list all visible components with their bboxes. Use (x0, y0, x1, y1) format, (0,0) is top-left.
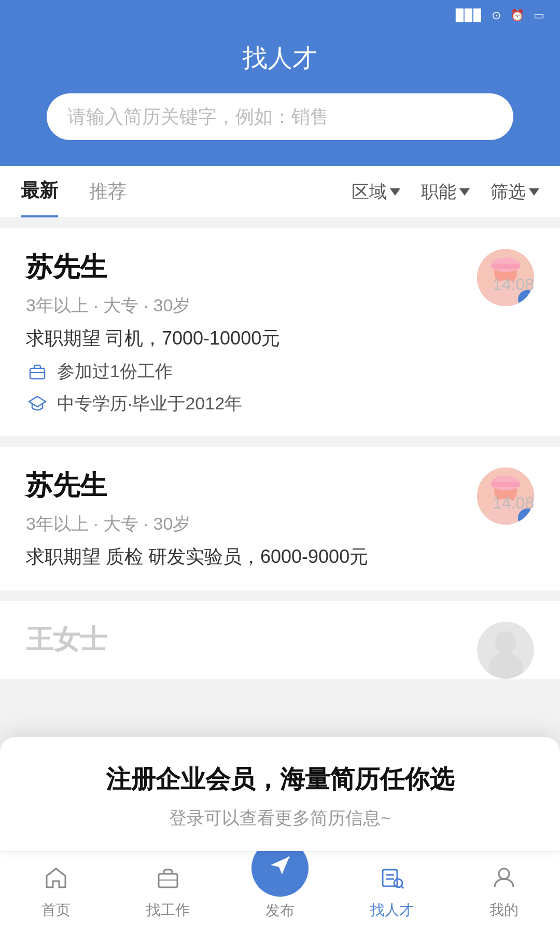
find-talent-icon (380, 866, 404, 896)
page-title: 找人才 (243, 42, 317, 75)
graduation-icon (26, 392, 49, 415)
briefcase-icon (26, 360, 49, 383)
card-time-1: 14:08 (493, 275, 534, 294)
candidate-expect-2: 求职期望 质检 研发实验员，6000-9000元 (26, 544, 534, 570)
filter-screen[interactable]: 筛选 (491, 180, 539, 204)
nav-find-job-label: 找工作 (146, 900, 190, 920)
filter-function[interactable]: 职能 (421, 180, 470, 204)
register-overlay: 注册企业会员，海量简历任你选 登录可以查看更多简历信息~ (0, 737, 560, 851)
wifi-icon: ⊙ (492, 9, 501, 22)
svg-point-22 (394, 879, 402, 887)
education-text-1: 中专学历·毕业于2012年 (57, 392, 242, 416)
education-tag-1: 中专学历·毕业于2012年 (26, 392, 534, 416)
nav-publish[interactable]: 发布 (224, 840, 336, 921)
nav-find-talent[interactable]: 找人才 (336, 866, 448, 920)
svg-line-23 (401, 886, 403, 888)
svg-rect-19 (383, 870, 397, 886)
candidate-card-2[interactable]: 苏先生 3年以上 · 大专 · 30岁 求职期望 质检 研发实验员，6000-9… (0, 447, 560, 590)
search-bar[interactable]: 请输入简历关键字，例如：销售 (47, 93, 513, 140)
bottom-nav: 首页 找工作 发布 (0, 851, 560, 934)
candidate-card-1[interactable]: 苏先生 3年以上 · 大专 · 30岁 求职期望 司机，7000-10000元 … (0, 228, 560, 436)
nav-home[interactable]: 首页 (0, 866, 112, 920)
svg-rect-7 (491, 264, 520, 269)
candidate-info-1: 3年以上 · 大专 · 30岁 (26, 294, 534, 318)
area-chevron-icon (390, 188, 400, 196)
svg-point-24 (499, 869, 509, 879)
overlay-title: 注册企业会员，海量简历任你选 (106, 763, 454, 796)
nav-profile[interactable]: 我的 (448, 866, 560, 920)
header: 找人才 请输入简历关键字，例如：销售 (0, 31, 560, 166)
overlay-subtitle: 登录可以查看更多简历信息~ (169, 806, 391, 830)
tab-filter-bar: 最新 推荐 区域 职能 筛选 (0, 166, 560, 218)
candidate-name-1: 苏先生 (26, 249, 534, 285)
person-icon (492, 866, 516, 896)
status-bar: ▉▉▉ ⊙ ⏰ ▭ (0, 0, 560, 31)
briefcase-nav-icon (156, 866, 180, 896)
tab-recommend[interactable]: 推荐 (89, 166, 127, 217)
candidate-info-2: 3年以上 · 大专 · 30岁 (26, 512, 534, 536)
screen-chevron-icon (529, 188, 539, 196)
svg-rect-12 (491, 482, 520, 487)
filter-group: 区域 职能 筛选 (352, 180, 539, 204)
candidate-name-2: 苏先生 (26, 468, 534, 504)
card-time-2: 14:08 (493, 493, 534, 513)
filter-area[interactable]: 区域 (352, 180, 400, 204)
alarm-icon: ⏰ (510, 9, 524, 22)
candidate-expect-1: 求职期望 司机，7000-10000元 (26, 326, 534, 351)
signal-icon: ▉▉▉ (456, 9, 482, 22)
home-icon (44, 866, 68, 896)
candidate-name-3: 王女士 (26, 622, 534, 658)
candidate-card-3-blurred: 王女士 (0, 601, 560, 679)
battery-icon: ▭ (534, 9, 544, 22)
svg-point-14 (495, 631, 516, 654)
nav-find-job[interactable]: 找工作 (112, 866, 224, 920)
nav-publish-label: 发布 (265, 901, 295, 921)
nav-home-label: 首页 (41, 900, 71, 920)
nav-profile-label: 我的 (489, 900, 519, 920)
svg-rect-0 (30, 368, 45, 379)
function-chevron-icon (459, 188, 470, 196)
content-area: 苏先生 3年以上 · 大专 · 30岁 求职期望 司机，7000-10000元 … (0, 218, 560, 689)
send-icon (267, 851, 293, 884)
work-exp-text-1: 参加过1份工作 (57, 360, 173, 383)
nav-find-talent-label: 找人才 (370, 900, 414, 920)
avatar-3-blurred (477, 622, 534, 679)
work-exp-tag-1: 参加过1份工作 (26, 360, 534, 383)
search-input[interactable]: 请输入简历关键字，例如：销售 (67, 104, 329, 130)
tab-latest[interactable]: 最新 (21, 166, 58, 217)
